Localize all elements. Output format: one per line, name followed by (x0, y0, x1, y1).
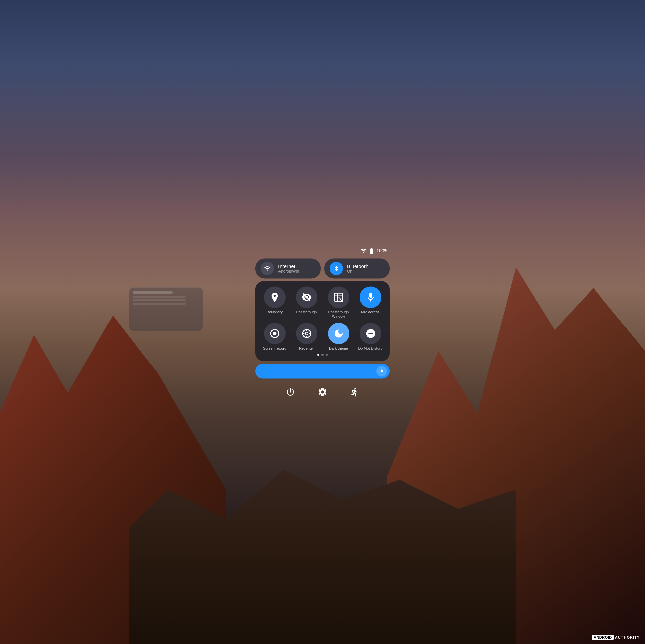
settings-icon (318, 387, 327, 397)
qs-tile-boundary[interactable]: Boundary (261, 286, 289, 319)
qs-tile-screen-record[interactable]: Screen record (261, 323, 289, 351)
ghost-bar-4 (133, 303, 186, 305)
qs-tile-passthrough-window[interactable]: Passthrough Window (325, 286, 352, 319)
bottom-actions (255, 381, 390, 403)
power-button[interactable] (282, 384, 298, 400)
boundary-icon-circle (264, 286, 286, 308)
screen-record-icon (269, 328, 280, 339)
bluetooth-subtitle: On (347, 269, 368, 274)
activity-icon (350, 387, 359, 397)
dark-theme-icon-circle (328, 323, 349, 344)
screen-record-icon-circle (264, 323, 286, 344)
internet-subtitle: AndroidWifi (278, 269, 299, 274)
bluetooth-icon (333, 265, 340, 272)
ghost-bar-2 (133, 296, 186, 298)
settings-button[interactable] (314, 384, 331, 400)
svg-point-5 (273, 332, 276, 335)
mic-access-label: Mic access (361, 310, 379, 314)
do-not-disturb-label: Do Not Disturb (358, 347, 382, 351)
dot-1[interactable] (317, 354, 319, 356)
internet-tile[interactable]: Internet AndroidWifi (255, 258, 321, 278)
status-bar: 100% (255, 247, 390, 256)
boundary-icon (269, 292, 280, 303)
passthrough-window-icon (333, 292, 344, 303)
screen-record-label: Screen record (263, 347, 286, 351)
battery-percentage: 100% (376, 248, 388, 254)
activity-button[interactable] (347, 384, 363, 400)
dot-2[interactable] (321, 354, 324, 356)
android-text: ANDROID (592, 635, 614, 640)
qs-grid: Boundary Passthrough (261, 286, 384, 351)
brightness-icon (379, 368, 384, 374)
mic-access-icon-circle (360, 286, 381, 308)
qs-tile-passthrough[interactable]: Passthrough (293, 286, 320, 319)
recenter-label: Recenter (299, 347, 314, 351)
power-icon (286, 387, 295, 397)
bluetooth-title: Bluetooth (347, 263, 368, 269)
passthrough-window-icon-circle (328, 286, 349, 308)
dnd-icon (365, 328, 376, 339)
qs-panel: Boundary Passthrough (255, 281, 390, 361)
do-not-disturb-icon-circle (360, 323, 381, 344)
battery-icon (368, 247, 375, 254)
authority-text: AUTHORITY (615, 635, 640, 639)
passthrough-window-label: Passthrough Window (325, 310, 352, 319)
qs-tile-mic-access[interactable]: Mic access (356, 286, 384, 319)
ghost-window (129, 287, 203, 331)
dot-3[interactable] (326, 354, 328, 356)
page-dots (261, 354, 384, 356)
mic-icon (365, 292, 376, 303)
internet-title: Internet (278, 263, 299, 269)
dark-theme-icon (333, 328, 344, 339)
passthrough-icon (301, 292, 312, 303)
internet-icon-circle (261, 262, 274, 275)
signal-icon (264, 265, 271, 272)
qs-tile-dark-theme[interactable]: Dark theme (325, 323, 352, 351)
ghost-bar-1 (133, 291, 173, 294)
qs-tile-recenter[interactable]: Recenter (293, 323, 320, 351)
status-icons: 100% (360, 247, 388, 254)
recenter-icon (301, 328, 312, 339)
wifi-icon (360, 247, 367, 254)
quick-settings-panel: 100% Internet AndroidWifi B (255, 247, 390, 403)
internet-tile-text: Internet AndroidWifi (278, 263, 299, 274)
watermark: ANDROID AUTHORITY (592, 635, 640, 640)
brightness-slider[interactable] (255, 364, 390, 378)
bluetooth-tile[interactable]: Bluetooth On (324, 258, 390, 278)
recenter-icon-circle (296, 323, 317, 344)
bluetooth-tile-text: Bluetooth On (347, 263, 368, 274)
qs-tile-do-not-disturb[interactable]: Do Not Disturb (356, 323, 384, 351)
svg-point-7 (305, 332, 308, 335)
brightness-row (255, 364, 390, 378)
svg-point-12 (381, 370, 383, 372)
dark-theme-label: Dark theme (329, 347, 348, 351)
brightness-handle (376, 366, 387, 376)
passthrough-label: Passthrough (296, 310, 317, 314)
passthrough-icon-circle (296, 286, 317, 308)
top-tiles-row: Internet AndroidWifi Bluetooth On (255, 258, 390, 278)
boundary-label: Boundary (267, 310, 283, 314)
bluetooth-icon-circle (330, 262, 343, 275)
ghost-bar-3 (133, 299, 186, 301)
